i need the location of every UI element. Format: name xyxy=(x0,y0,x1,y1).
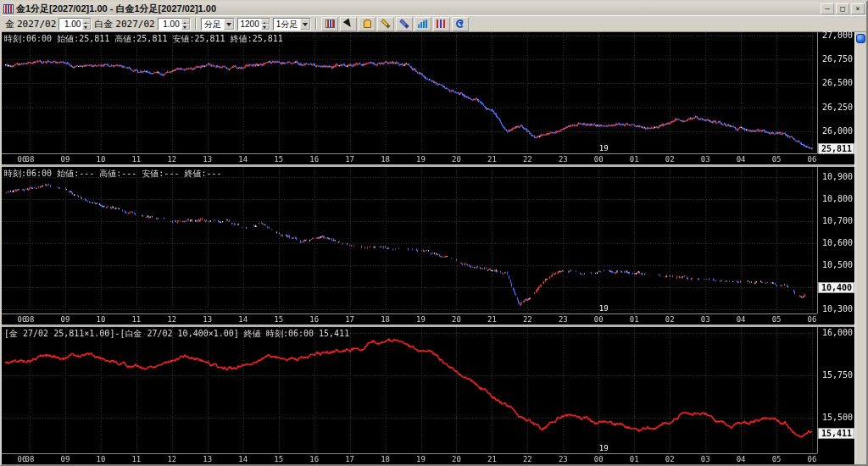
chart-type-value: 分足 xyxy=(202,19,224,30)
gold-last-price-badge: 25,811 xyxy=(818,143,854,154)
spread-last-price-badge: 15,411 xyxy=(818,428,854,439)
y-axis-tick: 10,300 xyxy=(819,305,853,313)
pencil-icon[interactable] xyxy=(377,17,394,31)
y-axis-tick: 10,700 xyxy=(819,217,853,225)
cursor-icon[interactable] xyxy=(340,17,357,31)
refresh-icon[interactable] xyxy=(452,17,469,31)
platinum-ratio-value: 1.00 xyxy=(159,19,181,30)
gold-ratio-value: 1.00 xyxy=(59,19,82,30)
platinum-last-price-badge: 10,400 xyxy=(818,282,854,293)
hand-icon[interactable] xyxy=(359,17,376,31)
gold-chart-canvas xyxy=(2,32,854,164)
spinner-arrows-icon[interactable] xyxy=(82,19,91,30)
toolbar-icons xyxy=(321,17,469,31)
gold-label: 金 xyxy=(5,18,14,31)
platinum-label: 白金 xyxy=(94,18,113,31)
window-controls: – □ × xyxy=(821,3,865,14)
maximize-button[interactable]: □ xyxy=(836,3,849,14)
y-axis-tick: 10,500 xyxy=(819,261,853,269)
trendline-icon[interactable] xyxy=(396,17,413,31)
gold-ratio-spinner[interactable]: 1.00 xyxy=(58,18,92,31)
y-axis-tick: 26,500 xyxy=(819,79,853,87)
right-side-strip xyxy=(854,32,866,464)
timeframe-dropdown[interactable]: 1分足 xyxy=(273,18,312,31)
platinum-chart-canvas xyxy=(2,167,854,325)
titlebar[interactable]: 金1分足[2027/02]1.00 - 白金1分足[2027/02]1.00 –… xyxy=(2,2,866,15)
spread-y-axis: 16,00015,75015,500 xyxy=(818,327,854,464)
y-axis-tick: 16,000 xyxy=(819,329,853,337)
gold-chart-panel[interactable]: 時刻:06:00 始値:25,811 高値:25,811 安値:25,811 終… xyxy=(2,32,854,164)
platinum-ratio-spinner[interactable]: 1.00 xyxy=(158,18,191,31)
y-axis-tick: 26,750 xyxy=(819,55,853,64)
platinum-y-axis: 10,90010,80010,70010,60010,50010,300 xyxy=(818,167,854,325)
y-axis-tick: 15,500 xyxy=(819,413,853,422)
y-axis-tick: 26,000 xyxy=(819,127,853,136)
y-axis-tick: 10,900 xyxy=(819,173,853,181)
bar-count-value: 1200 xyxy=(238,19,261,30)
bar-count-spinner[interactable]: 1200 xyxy=(237,18,270,31)
bar-chart-icon[interactable] xyxy=(415,17,431,31)
y-axis-tick: 15,750 xyxy=(819,371,853,380)
two-color-chart-icon[interactable] xyxy=(433,17,450,31)
gold-month-label: 2027/02 xyxy=(17,19,56,30)
candlestick-chart-icon[interactable] xyxy=(321,17,338,31)
platinum-chart-panel[interactable]: 時刻:06:00 始値:--- 高値:--- 安値:--- 終値:--- 10,… xyxy=(2,164,854,325)
chart-stack: 時刻:06:00 始値:25,811 高値:25,811 安値:25,811 終… xyxy=(2,32,854,464)
spinner-arrows-icon[interactable] xyxy=(261,19,270,30)
chevron-down-icon[interactable] xyxy=(300,19,310,30)
y-axis-tick: 27,000 xyxy=(819,31,853,40)
chevron-down-icon[interactable] xyxy=(224,19,234,30)
platinum-chart-info: 時刻:06:00 始値:--- 高値:--- 安値:--- 終値:--- xyxy=(4,168,222,180)
close-button[interactable]: × xyxy=(851,3,865,14)
toolbar-separator xyxy=(315,18,317,30)
app-window: 金1分足[2027/02]1.00 - 白金1分足[2027/02]1.00 –… xyxy=(0,0,868,466)
app-icon xyxy=(3,4,14,14)
y-axis-tick: 10,600 xyxy=(819,239,853,247)
toolbar: 金 2027/02 1.00 白金 2027/02 1.00 分足 1200 1… xyxy=(2,15,866,32)
toolbar-separator xyxy=(195,18,197,30)
spread-chart-panel[interactable]: [金 27/02 25,811×1.00]-[白金 27/02 10,400×1… xyxy=(2,325,854,464)
spread-chart-canvas xyxy=(2,327,854,464)
minimize-button[interactable]: – xyxy=(821,3,834,14)
window-title: 金1分足[2027/02]1.00 - 白金1分足[2027/02]1.00 xyxy=(16,3,818,15)
chart-type-dropdown[interactable]: 分足 xyxy=(201,18,235,31)
platinum-month-label: 2027/02 xyxy=(115,19,154,30)
gold-chart-info: 時刻:06:00 始値:25,811 高値:25,811 安値:25,811 終… xyxy=(4,33,283,45)
timeframe-value: 1分足 xyxy=(274,19,301,30)
spinner-arrows-icon[interactable] xyxy=(181,19,190,30)
side-tool-icon[interactable] xyxy=(856,34,865,43)
y-axis-tick: 10,800 xyxy=(819,195,853,203)
window-body: 時刻:06:00 始値:25,811 高値:25,811 安値:25,811 終… xyxy=(2,32,866,464)
spread-chart-info: [金 27/02 25,811×1.00]-[白金 27/02 10,400×1… xyxy=(4,328,349,340)
y-axis-tick: 26,250 xyxy=(819,103,853,112)
